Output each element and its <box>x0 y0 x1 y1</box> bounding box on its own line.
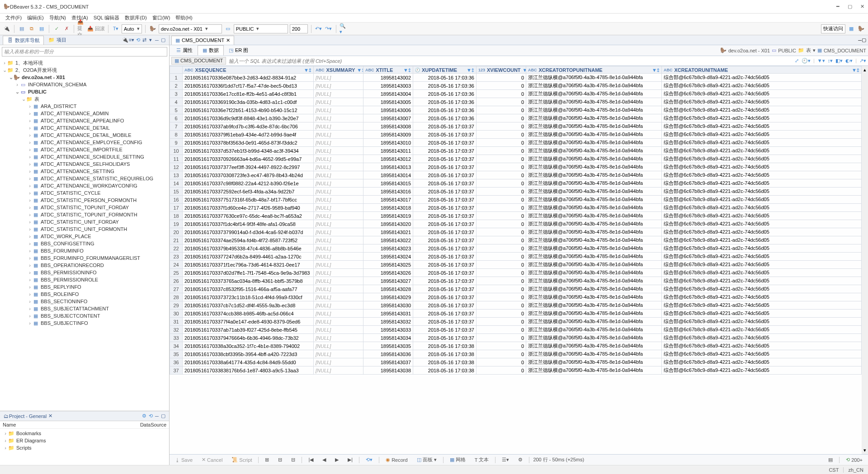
tree-item[interactable]: ›▦ATDC_STATISTIC_UNIT_FORMONTH <box>2 225 167 233</box>
cell[interactable]: [NULL] <box>314 236 363 244</box>
cell[interactable]: 综合部@6c67b8c9-d8a9-4221-ad2c-74dc56d05 <box>662 179 862 188</box>
row-number[interactable]: 3 <box>170 90 183 98</box>
cell[interactable]: 浙江兰德纵横@a706f5f0-4a3b-4785-8e1d-0a944bfa <box>526 285 662 293</box>
toolbar-icon[interactable]: 📥 回滚 <box>87 25 105 33</box>
toolbar-icon[interactable]: ≡▾ <box>128 37 135 43</box>
cell[interactable]: 2018-05-16 17:03:36 <box>413 114 476 122</box>
row-number[interactable]: 12 <box>170 163 183 171</box>
toolbar-icon[interactable]: ▤ <box>826 456 835 463</box>
cell[interactable]: [NULL] <box>314 155 363 163</box>
duplicate-row-icon[interactable]: ⊟ <box>275 456 285 463</box>
tree-item[interactable]: ›▦BBS_OPERATIONRECORD <box>2 262 167 269</box>
cell[interactable]: 浙江兰德纵横@a706f5f0-4a3b-4785-8e1d-0a944bfa <box>526 188 662 196</box>
cell[interactable]: 综合部@6c67b8c9-d8a9-4221-ad2c-74dc56d05 <box>662 114 862 122</box>
vertical-scrollbar[interactable]: ▴▾ <box>862 66 868 454</box>
cell[interactable]: 20180516170338cbf3395b-3954-4bff-a420-72… <box>183 350 314 358</box>
new-connection-icon[interactable]: 🔌 <box>3 25 11 33</box>
row-number[interactable]: 26 <box>170 277 183 285</box>
undo-icon[interactable]: ↶▾ <box>315 25 323 33</box>
cell[interactable]: 2018-05-16 17:03:37 <box>413 122 476 131</box>
tree-item[interactable]: ⌄▭PUBLIC <box>2 88 167 95</box>
view-menu-icon[interactable]: ▾ <box>147 37 154 43</box>
cell[interactable]: 浙江兰德纵横@a706f5f0-4a3b-4785-8e1d-0a944bfa <box>526 220 662 228</box>
cell[interactable]: 综合部@6c67b8c9-d8a9-4221-ad2c-74dc56d05 <box>662 366 862 375</box>
cell[interactable]: 18958143021 <box>363 228 413 236</box>
tree-item[interactable]: ⌄📁表 <box>2 95 167 103</box>
cell[interactable]: [NULL] <box>314 212 363 220</box>
cell[interactable]: 综合部@6c67b8c9-d8a9-4221-ad2c-74dc56d05 <box>662 244 862 253</box>
tree-item[interactable]: ›▦ATDC_ATTENDANCE_APPEALINFO <box>2 117 167 124</box>
cell[interactable]: 浙江兰德纵横@a706f5f0-4a3b-4785-8e1d-0a944bfa <box>526 204 662 212</box>
cell[interactable]: [NULL] <box>314 277 363 285</box>
cell[interactable]: 综合部@6c67b8c9-d8a9-4221-ad2c-74dc56d05 <box>662 82 862 90</box>
row-number[interactable]: 9 <box>170 139 183 147</box>
cell[interactable]: [NULL] <box>314 122 363 131</box>
cell[interactable]: 0 <box>476 293 526 301</box>
cell[interactable]: [NULL] <box>314 179 363 188</box>
row-number[interactable]: 14 <box>170 179 183 188</box>
tree-item[interactable]: ›▦ATDC_ATTENDANCE_SELFHOLIDAYS <box>2 160 167 168</box>
row-number[interactable]: 17 <box>170 204 183 212</box>
toolbar-icon[interactable]: ☰▾ <box>499 456 512 463</box>
cell[interactable]: 201805161703379476664b-6b36-4946-98dc-73… <box>183 334 314 342</box>
cell[interactable]: 201805161703371f1ec796a-73d6-4614-8321-0… <box>183 261 314 269</box>
tree-item[interactable]: ⌄📁2、O2OA开发环境 <box>2 66 167 74</box>
cell[interactable]: [NULL] <box>314 196 363 204</box>
cell[interactable]: 20180516170337ab71ab39-f027-425d-8ebe-ff… <box>183 326 314 334</box>
cell[interactable]: 浙江兰德纵横@a706f5f0-4a3b-4785-8e1d-0a944bfa <box>526 179 662 188</box>
minimize-icon[interactable]: ─ <box>154 37 160 43</box>
tree-item[interactable]: ›▦ATDC_ATTENDANCE_DETAIL <box>2 124 167 131</box>
tree-item[interactable]: ›▦ATDC_ATTENDANCE_ADMIN <box>2 110 167 117</box>
cell[interactable]: 综合部@6c67b8c9-d8a9-4221-ad2c-74dc56d05 <box>662 277 862 285</box>
tx-mode-combo[interactable]: Auto▾ <box>122 24 142 33</box>
cell[interactable]: 综合部@6c67b8c9-d8a9-4221-ad2c-74dc56d05 <box>662 236 862 244</box>
row-number[interactable]: 31 <box>170 318 183 326</box>
cell[interactable]: 20180516170337cb7c1d52-df4f-4555-9a3b-ec… <box>183 301 314 310</box>
cell[interactable]: 2018-05-16 17:03:37 <box>413 147 476 155</box>
cell[interactable]: [NULL] <box>314 106 363 114</box>
cell[interactable]: 20180516170337d537eb1f3-b99d-4348-ac3f-3… <box>183 147 314 155</box>
column-header[interactable]: ABCXTITLE▼‡ <box>363 66 413 74</box>
cell[interactable]: 0 <box>476 269 526 277</box>
cell[interactable]: [NULL] <box>314 147 363 155</box>
cell[interactable]: 浙江兰德纵横@a706f5f0-4a3b-4785-8e1d-0a944bfa <box>526 358 662 366</box>
cell[interactable]: 0 <box>476 188 526 196</box>
column-header[interactable]: ABCXSUMMARY▼‡ <box>314 66 363 74</box>
cell[interactable]: 2018-05-16 17:03:37 <box>413 131 476 139</box>
tree-item[interactable]: ›▦BBS_PERMISSIONINFO <box>2 269 167 276</box>
cell[interactable]: 201805161703372592ecf-6ef3-4fda-a34a-9d2… <box>183 188 314 196</box>
cell[interactable]: 201805161703374ae2594a-fd4b-4f72-8587-72… <box>183 236 314 244</box>
tree-item[interactable]: ›▦ATDC_STATISTIC_UNIT_FORDAY <box>2 218 167 225</box>
cell[interactable]: 2018-05-16 17:03:37 <box>413 220 476 228</box>
expand-icon[interactable]: ⤢ <box>795 58 799 64</box>
cell[interactable]: 综合部@6c67b8c9-d8a9-4221-ad2c-74dc56d05 <box>662 147 862 155</box>
cell[interactable]: 201805161703373765ac034a-8ffb-4361-bbf5-… <box>183 277 314 285</box>
find-icon[interactable]: 🔍▾ <box>340 25 348 33</box>
menu-item[interactable]: 窗口(W) <box>150 14 173 21</box>
nav-tab-database[interactable]: 🗄数据库导航 <box>3 36 44 45</box>
cell[interactable]: 浙江兰德纵横@a706f5f0-4a3b-4785-8e1d-0a944bfa <box>526 98 662 106</box>
cell[interactable]: 18958143038 <box>363 366 413 375</box>
next-icon[interactable]: ▶ <box>332 456 341 463</box>
cell[interactable]: 18958143029 <box>363 293 413 301</box>
cell[interactable]: 综合部@6c67b8c9-d8a9-4221-ad2c-74dc56d05 <box>662 334 862 342</box>
cell[interactable]: 2018-05-16 17:03:37 <box>413 269 476 277</box>
project-item[interactable]: ›📁Scripts <box>3 444 166 451</box>
connection-combo[interactable]: dev.o2oa.net - X01▾ <box>159 24 222 33</box>
cell[interactable]: 18958143034 <box>363 334 413 342</box>
cell[interactable]: 18958143025 <box>363 261 413 269</box>
tree-item[interactable]: ⌄🦫dev.o2oa.net - X01 <box>2 74 167 81</box>
cell[interactable]: 2018-05-16 17:03:37 <box>413 261 476 269</box>
cell[interactable]: [NULL] <box>314 269 363 277</box>
schema-combo[interactable]: PUBLIC▾ <box>234 24 288 33</box>
cell[interactable]: [NULL] <box>314 220 363 228</box>
cell[interactable]: 0 <box>476 326 526 334</box>
rollback-icon[interactable]: ✗ <box>62 25 71 33</box>
cell[interactable]: 201805161703379f61eba9-434e-4d72-b99d-9a… <box>183 131 314 139</box>
tree-item[interactable]: ›▦ATDC_ATTENDANCE_STATISTIC_REQUIRELOG <box>2 175 167 182</box>
cell[interactable]: 18958143035 <box>363 342 413 350</box>
menu-item[interactable]: 数据库(D) <box>122 14 149 21</box>
cell[interactable]: 2018-05-16 17:03:37 <box>413 171 476 179</box>
row-number[interactable]: 2 <box>170 82 183 90</box>
cell[interactable]: 2018-05-16 17:03:38 <box>413 366 476 375</box>
